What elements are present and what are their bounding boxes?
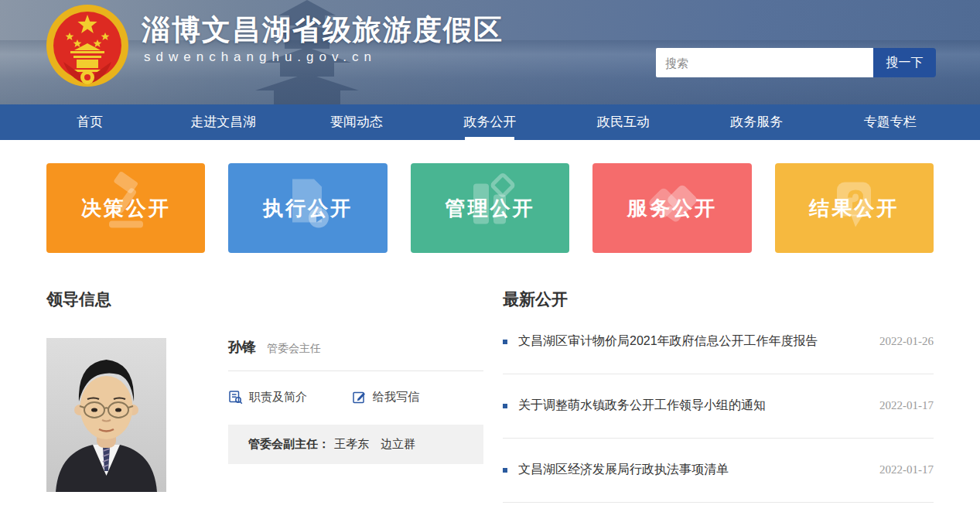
leader-section-title: 领导信息 <box>46 289 484 310</box>
tile-result-disclosure[interactable]: 结果公开 <box>775 163 934 253</box>
leader-section: 领导信息 <box>46 253 484 503</box>
document-search-icon <box>228 390 243 405</box>
tile-label: 执行公开 <box>263 195 353 222</box>
search-box: 搜一下 <box>656 48 936 77</box>
latest-section-title: 最新公开 <box>503 289 934 310</box>
tile-label: 管理公开 <box>446 195 535 222</box>
link-label: 给我写信 <box>373 390 419 405</box>
site-header: 淄博文昌湖省级旅游度假区 sdwenchanghu.gov.cn 搜一下 <box>0 0 980 104</box>
page: 淄博文昌湖省级旅游度假区 sdwenchanghu.gov.cn 搜一下 首页 … <box>0 0 980 503</box>
news-date: 2022-01-26 <box>879 335 934 348</box>
tile-label: 决策公开 <box>81 195 171 222</box>
news-list: 文昌湖区审计物价局2021年政府信息公开工作年度报告 2022-01-26 关于… <box>503 310 934 503</box>
nav-item-services[interactable]: 政务服务 <box>690 104 823 140</box>
national-emblem-icon <box>45 3 130 88</box>
write-letter-icon <box>352 390 367 405</box>
nav-item-interact[interactable]: 政民互动 <box>557 104 690 140</box>
tile-decision-disclosure[interactable]: 决策公开 <box>46 163 205 253</box>
news-date: 2022-01-17 <box>879 463 934 476</box>
bullet-icon <box>503 340 507 344</box>
divider <box>228 370 483 371</box>
tile-label: 结果公开 <box>809 195 899 222</box>
nav-item-about[interactable]: 走进文昌湖 <box>156 104 289 140</box>
news-item[interactable]: 文昌湖区审计物价局2021年政府信息公开工作年度报告 2022-01-26 <box>503 310 934 374</box>
search-input[interactable] <box>656 48 873 77</box>
leader-links: 职责及简介 给我写信 <box>228 390 483 405</box>
leader-name-row: 孙锋管委会主任 <box>228 338 483 357</box>
latest-section: 最新公开 文昌湖区审计物价局2021年政府信息公开工作年度报告 2022-01-… <box>503 253 934 503</box>
news-title: 文昌湖区经济发展局行政执法事项清单 <box>518 462 867 478</box>
bullet-icon <box>503 404 507 408</box>
link-duties-profile[interactable]: 职责及简介 <box>228 390 307 405</box>
news-item[interactable]: 文昌湖区经济发展局行政执法事项清单 2022-01-17 <box>503 439 934 503</box>
link-write-letter[interactable]: 给我写信 <box>352 390 419 405</box>
tile-service-disclosure[interactable]: 服务公开 <box>592 163 751 253</box>
leader-info: 孙锋管委会主任 职责及简介 <box>228 338 483 492</box>
leader-title: 管委会主任 <box>267 342 321 354</box>
news-title: 关于调整萌水镇政务公开工作领导小组的通知 <box>518 398 867 414</box>
news-date: 2022-01-17 <box>879 399 934 412</box>
deputy-names: 王孝东 边立群 <box>334 437 415 450</box>
deputy-label: 管委会副主任： <box>248 437 330 450</box>
nav-item-home[interactable]: 首页 <box>23 104 156 140</box>
tile-execution-disclosure[interactable]: 执行公开 <box>228 163 387 253</box>
main-nav: 首页 走进文昌湖 要闻动态 政务公开 政民互动 政务服务 专题专栏 <box>0 104 980 140</box>
tile-label: 服务公开 <box>627 195 717 222</box>
site-domain: sdwenchanghu.gov.cn <box>144 50 377 65</box>
link-label: 职责及简介 <box>249 390 307 405</box>
main-content: 领导信息 <box>46 253 934 503</box>
nav-item-topics[interactable]: 专题专栏 <box>824 104 957 140</box>
news-item[interactable]: 关于调整萌水镇政务公开工作领导小组的通知 2022-01-17 <box>503 374 934 439</box>
deputy-box: 管委会副主任：王孝东 边立群 <box>228 425 483 464</box>
leader-name: 孙锋 <box>228 340 256 355</box>
search-button[interactable]: 搜一下 <box>873 48 936 77</box>
nav-item-news[interactable]: 要闻动态 <box>290 104 423 140</box>
news-title: 文昌湖区审计物价局2021年政府信息公开工作年度报告 <box>518 333 867 350</box>
tile-management-disclosure[interactable]: 管理公开 <box>411 163 569 253</box>
nav-item-gov-info[interactable]: 政务公开 <box>423 104 556 140</box>
leader-photo <box>46 338 166 492</box>
site-title: 淄博文昌湖省级旅游度假区 <box>142 11 504 50</box>
bullet-icon <box>503 468 507 473</box>
leader-card: 孙锋管委会主任 职责及简介 <box>46 338 484 492</box>
quick-links-row: 决策公开 执行公开 管理公开 <box>46 163 934 253</box>
